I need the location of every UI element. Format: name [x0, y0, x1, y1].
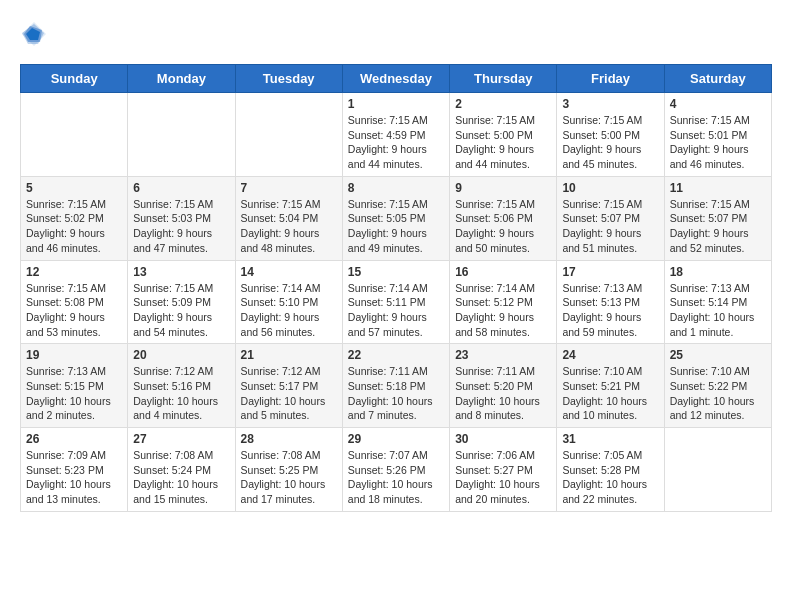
day-info: Sunrise: 7:15 AM Sunset: 4:59 PM Dayligh… [348, 113, 444, 172]
day-number: 30 [455, 432, 551, 446]
day-number: 14 [241, 265, 337, 279]
calendar-cell: 21Sunrise: 7:12 AM Sunset: 5:17 PM Dayli… [235, 344, 342, 428]
calendar-cell [128, 93, 235, 177]
day-number: 31 [562, 432, 658, 446]
day-info: Sunrise: 7:13 AM Sunset: 5:15 PM Dayligh… [26, 364, 122, 423]
day-number: 10 [562, 181, 658, 195]
calendar-cell: 29Sunrise: 7:07 AM Sunset: 5:26 PM Dayli… [342, 428, 449, 512]
day-number: 4 [670, 97, 766, 111]
calendar-cell: 9Sunrise: 7:15 AM Sunset: 5:06 PM Daylig… [450, 176, 557, 260]
day-info: Sunrise: 7:12 AM Sunset: 5:16 PM Dayligh… [133, 364, 229, 423]
day-number: 18 [670, 265, 766, 279]
day-number: 16 [455, 265, 551, 279]
calendar-cell: 18Sunrise: 7:13 AM Sunset: 5:14 PM Dayli… [664, 260, 771, 344]
calendar-week-row: 12Sunrise: 7:15 AM Sunset: 5:08 PM Dayli… [21, 260, 772, 344]
day-info: Sunrise: 7:15 AM Sunset: 5:01 PM Dayligh… [670, 113, 766, 172]
day-info: Sunrise: 7:11 AM Sunset: 5:18 PM Dayligh… [348, 364, 444, 423]
day-number: 15 [348, 265, 444, 279]
calendar-cell: 8Sunrise: 7:15 AM Sunset: 5:05 PM Daylig… [342, 176, 449, 260]
day-info: Sunrise: 7:15 AM Sunset: 5:04 PM Dayligh… [241, 197, 337, 256]
day-number: 2 [455, 97, 551, 111]
day-info: Sunrise: 7:15 AM Sunset: 5:08 PM Dayligh… [26, 281, 122, 340]
day-number: 3 [562, 97, 658, 111]
day-info: Sunrise: 7:06 AM Sunset: 5:27 PM Dayligh… [455, 448, 551, 507]
calendar-cell [664, 428, 771, 512]
calendar-cell: 13Sunrise: 7:15 AM Sunset: 5:09 PM Dayli… [128, 260, 235, 344]
calendar-cell: 30Sunrise: 7:06 AM Sunset: 5:27 PM Dayli… [450, 428, 557, 512]
day-info: Sunrise: 7:09 AM Sunset: 5:23 PM Dayligh… [26, 448, 122, 507]
calendar-cell: 1Sunrise: 7:15 AM Sunset: 4:59 PM Daylig… [342, 93, 449, 177]
day-info: Sunrise: 7:05 AM Sunset: 5:28 PM Dayligh… [562, 448, 658, 507]
page-header [20, 20, 772, 48]
calendar-cell: 7Sunrise: 7:15 AM Sunset: 5:04 PM Daylig… [235, 176, 342, 260]
day-info: Sunrise: 7:13 AM Sunset: 5:13 PM Dayligh… [562, 281, 658, 340]
calendar-cell: 6Sunrise: 7:15 AM Sunset: 5:03 PM Daylig… [128, 176, 235, 260]
calendar-week-row: 19Sunrise: 7:13 AM Sunset: 5:15 PM Dayli… [21, 344, 772, 428]
day-number: 20 [133, 348, 229, 362]
calendar-cell: 24Sunrise: 7:10 AM Sunset: 5:21 PM Dayli… [557, 344, 664, 428]
logo [20, 20, 52, 48]
day-number: 21 [241, 348, 337, 362]
calendar-cell: 31Sunrise: 7:05 AM Sunset: 5:28 PM Dayli… [557, 428, 664, 512]
day-number: 23 [455, 348, 551, 362]
day-header-friday: Friday [557, 65, 664, 93]
day-number: 8 [348, 181, 444, 195]
calendar-cell: 2Sunrise: 7:15 AM Sunset: 5:00 PM Daylig… [450, 93, 557, 177]
calendar-cell [21, 93, 128, 177]
calendar-cell: 26Sunrise: 7:09 AM Sunset: 5:23 PM Dayli… [21, 428, 128, 512]
calendar-cell: 23Sunrise: 7:11 AM Sunset: 5:20 PM Dayli… [450, 344, 557, 428]
day-number: 22 [348, 348, 444, 362]
calendar-body: 1Sunrise: 7:15 AM Sunset: 4:59 PM Daylig… [21, 93, 772, 512]
day-info: Sunrise: 7:14 AM Sunset: 5:12 PM Dayligh… [455, 281, 551, 340]
calendar-cell: 19Sunrise: 7:13 AM Sunset: 5:15 PM Dayli… [21, 344, 128, 428]
day-header-monday: Monday [128, 65, 235, 93]
day-number: 9 [455, 181, 551, 195]
day-info: Sunrise: 7:11 AM Sunset: 5:20 PM Dayligh… [455, 364, 551, 423]
logo-icon [20, 20, 48, 48]
calendar-cell [235, 93, 342, 177]
day-info: Sunrise: 7:08 AM Sunset: 5:25 PM Dayligh… [241, 448, 337, 507]
calendar-week-row: 1Sunrise: 7:15 AM Sunset: 4:59 PM Daylig… [21, 93, 772, 177]
calendar-week-row: 26Sunrise: 7:09 AM Sunset: 5:23 PM Dayli… [21, 428, 772, 512]
day-number: 13 [133, 265, 229, 279]
day-info: Sunrise: 7:12 AM Sunset: 5:17 PM Dayligh… [241, 364, 337, 423]
day-info: Sunrise: 7:15 AM Sunset: 5:06 PM Dayligh… [455, 197, 551, 256]
day-number: 25 [670, 348, 766, 362]
calendar-header-row: SundayMondayTuesdayWednesdayThursdayFrid… [21, 65, 772, 93]
day-info: Sunrise: 7:14 AM Sunset: 5:11 PM Dayligh… [348, 281, 444, 340]
day-number: 19 [26, 348, 122, 362]
calendar-cell: 11Sunrise: 7:15 AM Sunset: 5:07 PM Dayli… [664, 176, 771, 260]
day-number: 6 [133, 181, 229, 195]
day-number: 26 [26, 432, 122, 446]
day-number: 28 [241, 432, 337, 446]
calendar-cell: 25Sunrise: 7:10 AM Sunset: 5:22 PM Dayli… [664, 344, 771, 428]
day-info: Sunrise: 7:10 AM Sunset: 5:22 PM Dayligh… [670, 364, 766, 423]
calendar-week-row: 5Sunrise: 7:15 AM Sunset: 5:02 PM Daylig… [21, 176, 772, 260]
day-number: 5 [26, 181, 122, 195]
day-info: Sunrise: 7:07 AM Sunset: 5:26 PM Dayligh… [348, 448, 444, 507]
day-header-wednesday: Wednesday [342, 65, 449, 93]
day-info: Sunrise: 7:15 AM Sunset: 5:05 PM Dayligh… [348, 197, 444, 256]
day-number: 1 [348, 97, 444, 111]
calendar-cell: 10Sunrise: 7:15 AM Sunset: 5:07 PM Dayli… [557, 176, 664, 260]
day-header-tuesday: Tuesday [235, 65, 342, 93]
calendar-cell: 28Sunrise: 7:08 AM Sunset: 5:25 PM Dayli… [235, 428, 342, 512]
calendar-table: SundayMondayTuesdayWednesdayThursdayFrid… [20, 64, 772, 512]
day-info: Sunrise: 7:15 AM Sunset: 5:03 PM Dayligh… [133, 197, 229, 256]
day-number: 11 [670, 181, 766, 195]
day-number: 27 [133, 432, 229, 446]
day-number: 7 [241, 181, 337, 195]
day-number: 24 [562, 348, 658, 362]
calendar-cell: 14Sunrise: 7:14 AM Sunset: 5:10 PM Dayli… [235, 260, 342, 344]
day-info: Sunrise: 7:15 AM Sunset: 5:02 PM Dayligh… [26, 197, 122, 256]
day-info: Sunrise: 7:14 AM Sunset: 5:10 PM Dayligh… [241, 281, 337, 340]
day-info: Sunrise: 7:15 AM Sunset: 5:00 PM Dayligh… [562, 113, 658, 172]
day-info: Sunrise: 7:10 AM Sunset: 5:21 PM Dayligh… [562, 364, 658, 423]
day-info: Sunrise: 7:08 AM Sunset: 5:24 PM Dayligh… [133, 448, 229, 507]
day-info: Sunrise: 7:15 AM Sunset: 5:00 PM Dayligh… [455, 113, 551, 172]
calendar-cell: 12Sunrise: 7:15 AM Sunset: 5:08 PM Dayli… [21, 260, 128, 344]
day-header-sunday: Sunday [21, 65, 128, 93]
day-info: Sunrise: 7:15 AM Sunset: 5:07 PM Dayligh… [670, 197, 766, 256]
calendar-cell: 20Sunrise: 7:12 AM Sunset: 5:16 PM Dayli… [128, 344, 235, 428]
day-header-saturday: Saturday [664, 65, 771, 93]
